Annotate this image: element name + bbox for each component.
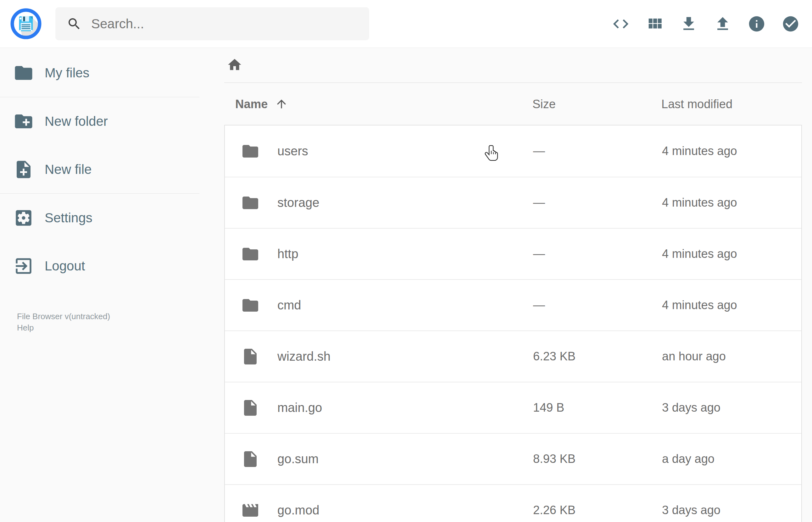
upload-button[interactable]: [706, 0, 740, 48]
file-name: http: [277, 247, 299, 261]
app-logo[interactable]: [11, 8, 41, 39]
grid-view-icon: [646, 15, 664, 33]
sort-by-name-header[interactable]: Name: [235, 97, 288, 111]
movie-icon: [241, 501, 260, 520]
note-add-icon: [13, 159, 34, 180]
listing-header: Name Size Last modified: [224, 83, 802, 125]
floppy-logo-icon: [11, 8, 41, 39]
file-icon: [241, 398, 260, 417]
help-link[interactable]: Help: [17, 322, 199, 333]
folder-icon: [241, 296, 260, 315]
file-modified: 4 minutes ago: [662, 196, 737, 209]
name-column-label: Name: [235, 97, 268, 111]
file-row[interactable]: users — 4 minutes ago: [225, 125, 801, 177]
file-row[interactable]: cmd — 4 minutes ago: [225, 279, 801, 330]
toolbar-actions: [604, 0, 808, 48]
upload-icon: [714, 15, 732, 33]
file-modified: an hour ago: [662, 350, 726, 363]
file-listing: Name Size Last modified users — 4 minute…: [224, 83, 802, 522]
search-input[interactable]: [91, 16, 356, 32]
sidebar-item-logout[interactable]: Logout: [0, 242, 199, 290]
file-name: main.go: [277, 401, 322, 415]
sidebar-item-my-files[interactable]: My files: [0, 49, 199, 97]
sidebar-footer: File Browser v(untracked) Help: [0, 311, 199, 333]
file-row[interactable]: main.go 149 B 3 days ago: [225, 382, 801, 433]
file-row[interactable]: go.sum 8.93 KB a day ago: [225, 433, 801, 484]
file-size: 6.23 KB: [533, 350, 575, 363]
check-circle-icon: [781, 15, 800, 33]
file-modified: a day ago: [662, 452, 714, 466]
info-button[interactable]: [740, 0, 774, 48]
folder-icon: [241, 245, 260, 263]
create-new-folder-icon: [13, 111, 34, 132]
file-size: —: [533, 247, 545, 261]
file-size: 149 B: [533, 401, 564, 415]
sidebar-item-label: New file: [45, 162, 92, 177]
settings-icon: [13, 207, 34, 228]
select-multiple-button[interactable]: [774, 0, 808, 48]
sort-ascending-icon: [275, 98, 288, 111]
home-icon: [227, 57, 242, 73]
file-icon: [241, 347, 260, 366]
folder-icon: [13, 63, 34, 83]
sidebar-item-label: My files: [45, 65, 89, 80]
code-view-button[interactable]: [604, 0, 638, 48]
file-name: wizard.sh: [277, 349, 330, 363]
main-area: My files New folder New file Settings: [0, 48, 812, 522]
file-icon: [241, 450, 260, 468]
home-button[interactable]: [227, 57, 242, 74]
file-modified: 3 days ago: [662, 401, 720, 415]
sidebar-item-settings[interactable]: Settings: [0, 194, 199, 242]
file-list: users — 4 minutes ago storage — 4 minute…: [224, 125, 802, 522]
sidebar-item-new-file[interactable]: New file: [0, 145, 199, 194]
folder-icon: [241, 194, 260, 212]
switch-view-button[interactable]: [638, 0, 672, 48]
file-name: users: [277, 144, 308, 158]
file-size: 8.93 KB: [533, 452, 575, 466]
file-name: go.mod: [277, 503, 319, 517]
code-icon: [612, 15, 630, 33]
file-name: storage: [277, 196, 319, 210]
folder-icon: [241, 142, 260, 161]
download-icon: [679, 15, 698, 33]
file-modified: 4 minutes ago: [662, 144, 737, 158]
search-box[interactable]: [55, 7, 369, 40]
file-size: 2.26 KB: [533, 503, 575, 517]
file-size: —: [533, 144, 545, 158]
sidebar-item-label: Settings: [45, 210, 93, 225]
file-modified: 4 minutes ago: [662, 298, 737, 312]
content-area: Name Size Last modified users — 4 minute…: [199, 48, 812, 522]
sidebar: My files New folder New file Settings: [0, 48, 199, 522]
sort-by-size-header[interactable]: Size: [532, 97, 556, 111]
download-button[interactable]: [672, 0, 706, 48]
file-row[interactable]: wizard.sh 6.23 KB an hour ago: [225, 330, 801, 382]
info-icon: [748, 15, 766, 33]
file-modified: 3 days ago: [662, 503, 720, 517]
file-size: —: [533, 196, 545, 209]
sidebar-item-label: Logout: [45, 259, 85, 274]
logout-icon: [13, 256, 34, 276]
top-bar: [0, 0, 812, 48]
sidebar-item-new-folder[interactable]: New folder: [0, 97, 199, 145]
filebrowser-app: { "header": { "search": { "placeholder":…: [0, 0, 812, 522]
search-icon: [67, 16, 82, 32]
file-size: —: [533, 298, 545, 312]
file-name: cmd: [277, 298, 301, 312]
sidebar-item-label: New folder: [45, 114, 108, 129]
file-name: go.sum: [277, 452, 319, 466]
file-row[interactable]: go.mod 2.26 KB 3 days ago: [225, 484, 801, 522]
sort-by-modified-header[interactable]: Last modified: [662, 97, 732, 111]
file-row[interactable]: http — 4 minutes ago: [225, 228, 801, 279]
file-row[interactable]: storage — 4 minutes ago: [225, 177, 801, 228]
breadcrumb: [224, 48, 802, 83]
file-modified: 4 minutes ago: [662, 247, 737, 261]
app-version: File Browser v(untracked): [17, 311, 199, 322]
